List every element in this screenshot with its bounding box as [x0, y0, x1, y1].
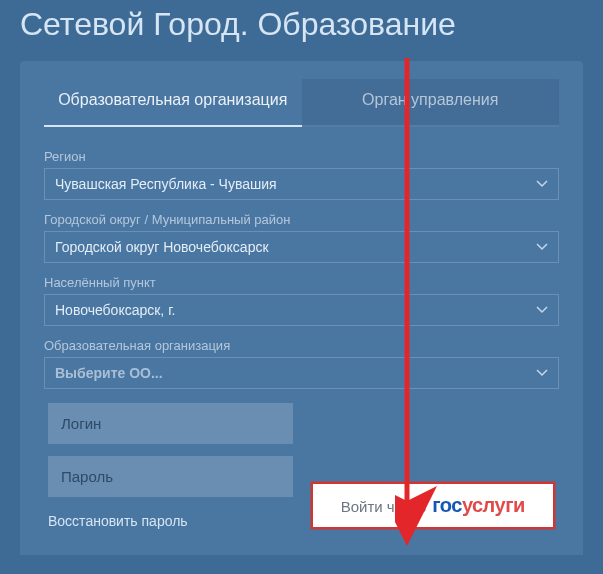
- district-value: Городской округ Новочебоксарск: [55, 239, 269, 255]
- tab-authority[interactable]: Орган управления: [302, 79, 560, 127]
- auth-left: Восстановить пароль: [48, 403, 293, 529]
- region-select[interactable]: Чувашская Республика - Чувашия: [44, 168, 559, 200]
- app-title: Сетевой Город. Образование: [20, 0, 583, 61]
- gosuslugi-button[interactable]: Войти через госуслуги: [311, 482, 556, 529]
- region-value: Чувашская Республика - Чувашия: [55, 176, 277, 192]
- locality-value: Новочебоксарск, г.: [55, 302, 175, 318]
- field-district: Городской округ / Муниципальный район Го…: [44, 212, 559, 263]
- district-select[interactable]: Городской округ Новочебоксарск: [44, 231, 559, 263]
- gosuslugi-brand-p2: услуги: [462, 494, 525, 516]
- org-label: Образовательная организация: [44, 338, 559, 353]
- gosuslugi-brand: госуслуги: [432, 494, 525, 517]
- field-region: Регион Чувашская Республика - Чувашия: [44, 149, 559, 200]
- field-locality: Населённый пункт Новочебоксарск, г.: [44, 275, 559, 326]
- org-value: Выберите ОО...: [55, 365, 163, 381]
- locality-label: Населённый пункт: [44, 275, 559, 290]
- org-select[interactable]: Выберите ОО...: [44, 357, 559, 389]
- password-input[interactable]: [48, 456, 293, 497]
- chevron-down-icon: [536, 180, 548, 188]
- field-org: Образовательная организация Выберите ОО.…: [44, 338, 559, 389]
- chevron-down-icon: [536, 369, 548, 377]
- gosuslugi-pre-text: Войти через: [341, 498, 427, 515]
- auth-row: Восстановить пароль Войти через госуслуг…: [44, 403, 559, 529]
- gosuslugi-brand-p1: гос: [432, 494, 462, 516]
- district-label: Городской округ / Муниципальный район: [44, 212, 559, 227]
- region-label: Регион: [44, 149, 559, 164]
- locality-select[interactable]: Новочебоксарск, г.: [44, 294, 559, 326]
- tab-edu-org[interactable]: Образовательная организация: [44, 79, 302, 127]
- restore-password-link[interactable]: Восстановить пароль: [48, 513, 293, 529]
- login-input[interactable]: [48, 403, 293, 444]
- chevron-down-icon: [536, 306, 548, 314]
- auth-right: Войти через госуслуги: [311, 403, 556, 529]
- login-card: Образовательная организация Орган управл…: [20, 61, 583, 555]
- tabs: Образовательная организация Орган управл…: [44, 79, 559, 127]
- chevron-down-icon: [536, 243, 548, 251]
